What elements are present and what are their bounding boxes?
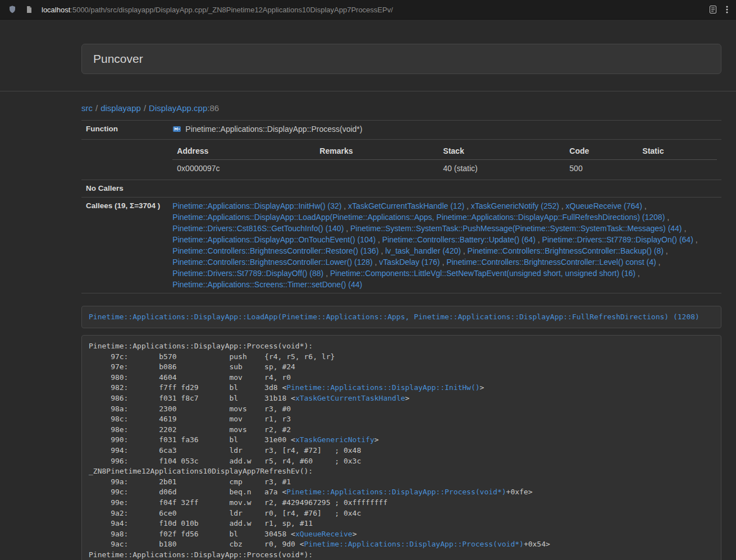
stats-row: Address Remarks Stack Code Static 0x0000…: [81, 140, 721, 180]
method-icon: [172, 125, 181, 136]
browser-chrome: localhost:5000/path/src/displayapp/Displ…: [0, 0, 736, 20]
breadcrumb-line-number: :86: [207, 103, 219, 113]
snippet-symbol-link[interactable]: Pinetime::Applications::DisplayApp::Load…: [89, 313, 700, 321]
url-bar[interactable]: localhost:5000/path/src/displayapp/Displ…: [42, 6, 700, 14]
callee-separator: ,: [379, 246, 386, 255]
breadcrumb: src/displayapp/DisplayApp.cpp:86: [81, 103, 721, 113]
callee-link[interactable]: Pinetime::Drivers::St7789::DisplayOff() …: [172, 269, 323, 278]
callees-label: Callees (19, Σ=3704 ): [81, 198, 164, 293]
breadcrumb-separator: /: [144, 103, 146, 113]
shield-icon[interactable]: [8, 5, 17, 14]
divider: [0, 91, 736, 91]
code-symbol-link[interactable]: xQueueReceive: [295, 530, 353, 538]
stats-static-value: [638, 160, 717, 177]
function-name: Pinetime::Applications::DisplayApp::Proc…: [185, 125, 362, 134]
callee-separator: ,: [461, 246, 468, 255]
callee-link[interactable]: Pinetime::System::SystemTask::PushMessag…: [350, 224, 682, 233]
callee-separator: ,: [636, 269, 640, 278]
stats-header-static: Static: [638, 143, 717, 160]
source-line-snippet: Pinetime::Applications::DisplayApp::Load…: [81, 306, 721, 328]
callee-link[interactable]: xTaskGetCurrentTaskHandle (12): [348, 201, 464, 210]
callees-row: Callees (19, Σ=3704 ) Pinetime::Applicat…: [81, 198, 721, 293]
breadcrumb-displayapp[interactable]: displayapp: [100, 103, 141, 113]
callee-link[interactable]: xQueueReceive (764): [566, 201, 642, 210]
callee-separator: ,: [373, 258, 380, 267]
callee-separator: ,: [440, 258, 447, 267]
stats-code-value: 500: [565, 160, 638, 177]
callee-link[interactable]: Pinetime::Applications::DisplayApp::Init…: [172, 201, 341, 210]
app-header-panel: Puncover: [81, 44, 721, 74]
stats-row-label: [81, 140, 164, 180]
callee-link[interactable]: Pinetime::Controllers::BrightnessControl…: [446, 258, 656, 267]
stats-header-stack: Stack: [438, 143, 565, 160]
callee-link[interactable]: Pinetime::Controllers::BrightnessControl…: [172, 246, 378, 255]
callee-separator: ,: [376, 235, 382, 244]
breadcrumb-separator: /: [95, 103, 98, 113]
callee-separator: ,: [464, 201, 471, 210]
reader-mode-icon[interactable]: [708, 5, 717, 14]
callee-separator: ,: [682, 224, 687, 233]
code-symbol-link[interactable]: xTaskGenericNotify: [295, 435, 374, 444]
function-row-label: Function: [81, 121, 164, 140]
stats-stack-value: 40 (static): [438, 160, 565, 177]
url-path: :5000/path/src/displayapp/DisplayApp.cpp…: [70, 6, 393, 14]
callee-link[interactable]: vTaskDelay (176): [379, 258, 440, 267]
callee-link[interactable]: Pinetime::Controllers::BrightnessControl…: [172, 258, 372, 267]
callee-link[interactable]: Pinetime::Drivers::St7789::DisplayOn() (…: [542, 235, 693, 244]
stats-header-code: Code: [565, 143, 638, 160]
breadcrumb-src[interactable]: src: [81, 103, 93, 113]
callee-link[interactable]: Pinetime::Applications::DisplayApp::OnTo…: [172, 235, 376, 244]
disassembly-pre: Pinetime::Applications::DisplayApp::Proc…: [81, 335, 721, 560]
stats-address-value: 0x0000097c: [172, 160, 315, 177]
stats-remarks-value: [315, 160, 438, 177]
callee-separator: ,: [656, 258, 661, 267]
breadcrumb-file[interactable]: DisplayApp.cpp: [149, 103, 207, 113]
callee-link[interactable]: lv_task_handler (420): [385, 246, 461, 255]
callee-link[interactable]: Pinetime::Controllers::Battery::Update()…: [382, 235, 536, 244]
code-symbol-link[interactable]: xTaskGetCurrentTaskHandle: [295, 394, 405, 402]
callee-separator: ,: [559, 201, 566, 210]
code-symbol-link[interactable]: Pinetime::Applications::DisplayApp::Proc…: [304, 540, 524, 548]
callee-link[interactable]: xTaskGenericNotify (252): [471, 201, 559, 210]
callee-link[interactable]: Pinetime::Controllers::BrightnessControl…: [468, 246, 664, 255]
stats-header-address: Address: [172, 143, 315, 160]
stats-value-row: 0x0000097c 40 (static) 500: [172, 160, 717, 177]
callee-separator: ,: [536, 235, 542, 244]
callee-link[interactable]: Pinetime::Applications::DisplayApp::Load…: [172, 213, 665, 222]
code-symbol-link[interactable]: Pinetime::Applications::DisplayApp::Proc…: [286, 488, 506, 496]
callee-separator: ,: [664, 246, 668, 255]
callee-separator: ,: [341, 201, 348, 210]
stats-table: Address Remarks Stack Code Static 0x0000…: [172, 143, 717, 177]
function-table: Function Pinetime::Applications::Display…: [81, 120, 721, 293]
code-symbol-link[interactable]: Pinetime::Applications::DisplayApp::Init…: [286, 383, 479, 392]
menu-kebab-icon[interactable]: [726, 5, 728, 14]
callee-link[interactable]: Pinetime::Components::LittleVgl::SetNewT…: [330, 269, 636, 278]
callee-separator: ,: [323, 269, 330, 278]
callee-separator: ,: [642, 201, 647, 210]
no-callers-label: No Callers: [81, 180, 164, 198]
stats-header-row: Address Remarks Stack Code Static: [172, 143, 717, 160]
callee-separator: ,: [665, 213, 669, 222]
function-row: Function Pinetime::Applications::Display…: [81, 121, 721, 140]
url-host: localhost: [42, 6, 70, 14]
no-callers-row: No Callers: [81, 180, 721, 198]
callees-list: Pinetime::Applications::DisplayApp::Init…: [172, 200, 717, 290]
page-favicon-icon: [25, 6, 33, 13]
page-title: Puncover: [93, 51, 710, 67]
callee-link[interactable]: Pinetime::Applications::Screens::Timer::…: [172, 280, 362, 289]
stats-header-remarks: Remarks: [315, 143, 438, 160]
callee-separator: ,: [693, 235, 698, 244]
callee-separator: ,: [344, 224, 350, 233]
callee-link[interactable]: Pinetime::Drivers::Cst816S::GetTouchInfo…: [172, 224, 344, 233]
